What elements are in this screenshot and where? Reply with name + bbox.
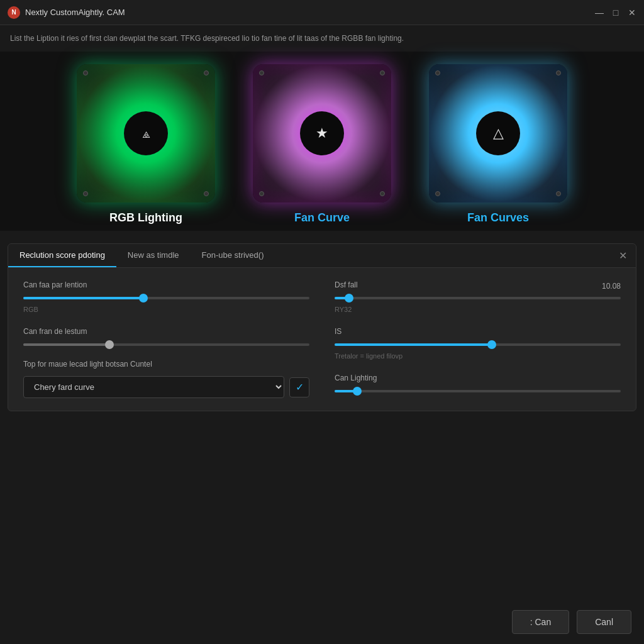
left-controls: Can faa par lention RGB Can fran de lest… [23, 280, 309, 398]
fan-icon-2: ★ [316, 125, 328, 142]
cancel-button[interactable]: Canl [577, 610, 631, 634]
titlebar: N Nextly CustomAightly. CAM — □ ✕ [0, 0, 644, 25]
ctrl2-slider-track[interactable] [23, 343, 309, 346]
control-fan-lestum: Can fran de lestum [23, 327, 309, 346]
ctrl-r2-slider-container[interactable] [335, 343, 621, 346]
fan-card-rgb[interactable]: ⟁ RGB Lighting [77, 64, 215, 225]
ctrl1-sublabel: RGB [23, 306, 309, 313]
fan-label-3: Fan Curves [467, 211, 529, 225]
fan-icon-1: ⟁ [142, 125, 150, 142]
ctrl-r3-label: Can Lighting [335, 374, 621, 382]
settings-panel: Reclution score pdoting New as timdle Fo… [8, 243, 636, 411]
fan-image-blue: △ [429, 64, 567, 203]
ctrl-r3-slider-container[interactable] [335, 390, 621, 392]
fan-label-2: Fan Curve [294, 211, 350, 225]
control-dropdown: Top for maue lecad light botsan Cuntel C… [23, 360, 309, 398]
ctrl2-slider-fill [23, 343, 109, 346]
ctrl1-slider-container[interactable] [23, 297, 309, 299]
fan-card-curve[interactable]: ★ Fan Curve [253, 64, 391, 225]
fan-label-1: RGB Lighting [109, 211, 182, 225]
screw-tr-2 [380, 70, 385, 75]
ctrl3-dropdown-row: Chery fard curve ✓ [23, 376, 309, 398]
screw-tl-3 [435, 70, 440, 75]
ctrl-r2-slider-thumb[interactable] [487, 340, 496, 349]
ctrl1-label: Can faa par lention [23, 280, 309, 289]
ctrl-r1-slider-track[interactable] [335, 297, 621, 299]
bottom-bar: : Can Canl [0, 600, 644, 644]
ctrl3-select[interactable]: Chery fard curve [23, 376, 284, 398]
control-is: IS Tretalor = ligned filovp [335, 327, 621, 360]
close-button[interactable]: ✕ [628, 8, 636, 17]
ctrl-r2-label: IS [335, 327, 621, 336]
screw-tr-3 [556, 70, 561, 75]
ctrl3-check-button[interactable]: ✓ [289, 377, 309, 397]
screw-tl-2 [259, 70, 264, 75]
panel-tabs: Reclution score pdoting New as timdle Fo… [8, 244, 636, 268]
panel-body: Can faa par lention RGB Can fran de lest… [8, 268, 636, 411]
ctrl-r2-slider-track[interactable] [335, 343, 621, 346]
screw-br-1 [204, 191, 209, 196]
description-text: List the Liption it ries of first clan d… [0, 25, 644, 52]
ctrl-r1-value: 10.08 [596, 282, 621, 291]
fan-center-1: ⟁ [124, 111, 168, 155]
control-dsf-fall: Dsf fall 10.08 RY32 [335, 280, 621, 313]
fan-center-2: ★ [300, 111, 344, 155]
fan-image-purple: ★ [253, 64, 391, 203]
tab-new[interactable]: New as timdle [116, 244, 191, 267]
screw-tr-1 [204, 70, 209, 75]
minimize-button[interactable]: — [595, 8, 604, 17]
ctrl-r2-slider-fill [335, 343, 492, 346]
screw-bl-2 [259, 191, 264, 196]
ctrl-r2-sublabel: Tretalor = ligned filovp [335, 352, 621, 360]
tab-reclution[interactable]: Reclution score pdoting [8, 244, 116, 267]
ctrl-r1-sublabel: RY32 [335, 306, 621, 313]
screw-br-3 [556, 191, 561, 196]
ctrl-r1-slider-container[interactable] [335, 297, 621, 299]
fans-area: ⟁ RGB Lighting ★ Fan Curve △ Fan Cur [0, 52, 644, 231]
app-title: Nextly CustomAightly. CAM [25, 8, 595, 17]
control-can-lighting: Can Lighting [335, 374, 621, 392]
fan-image-green: ⟁ [77, 64, 215, 203]
control-fan-prevention: Can faa par lention RGB [23, 280, 309, 313]
ctrl1-slider-thumb[interactable] [139, 294, 148, 303]
fan-card-curves[interactable]: △ Fan Curves [429, 64, 567, 225]
ctrl-r1-slider-thumb[interactable] [345, 294, 353, 303]
ctrl2-label: Can fran de lestum [23, 327, 309, 336]
fan-icon-3: △ [493, 125, 504, 142]
right-controls: Dsf fall 10.08 RY32 IS [335, 280, 621, 398]
confirm-button[interactable]: : Can [512, 610, 569, 634]
fan-center-3: △ [476, 111, 520, 155]
screw-tl-1 [83, 70, 88, 75]
screw-br-2 [380, 191, 385, 196]
ctrl1-slider-fill [23, 297, 143, 299]
screw-bl-3 [435, 191, 440, 196]
panel-close-button[interactable]: ✕ [610, 245, 636, 267]
ctrl2-slider-thumb[interactable] [105, 340, 114, 349]
ctrl1-slider-track[interactable] [23, 297, 309, 299]
ctrl-r1-label: Dsf fall [335, 280, 358, 289]
tab-fon[interactable]: Fon-ube strived() [191, 244, 275, 267]
ctrl-r3-slider-track[interactable] [335, 390, 621, 392]
ctrl3-label: Top for maue lecad light botsan Cuntel [23, 360, 309, 369]
maximize-button[interactable]: □ [611, 8, 620, 17]
ctrl2-slider-container[interactable] [23, 343, 309, 346]
window-controls: — □ ✕ [595, 8, 636, 17]
screw-bl-1 [83, 191, 88, 196]
app-logo: N [8, 6, 20, 19]
ctrl-r3-slider-thumb[interactable] [353, 387, 362, 396]
